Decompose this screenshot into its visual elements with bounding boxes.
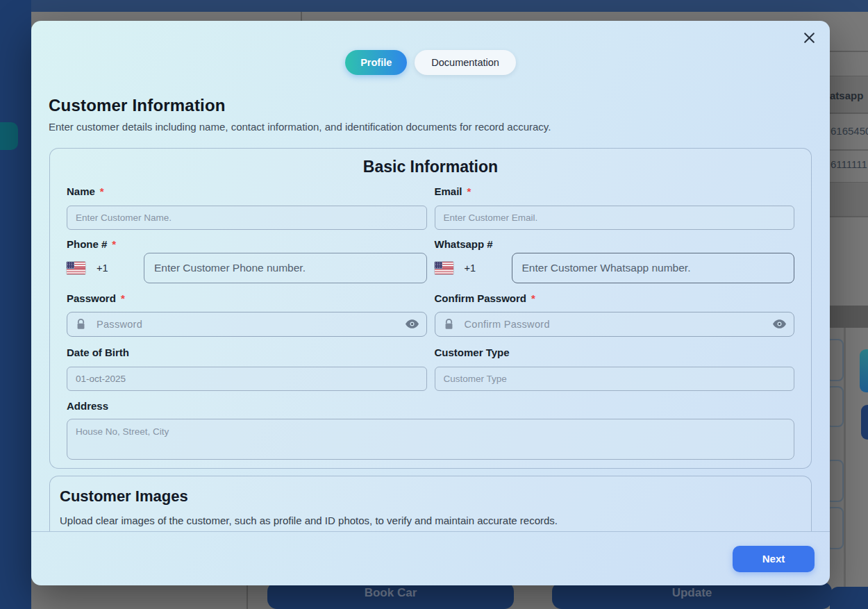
confirm-password-input[interactable] bbox=[435, 312, 795, 337]
required-asterisk: * bbox=[100, 185, 104, 197]
lock-icon bbox=[76, 319, 86, 333]
password-label: Password * bbox=[67, 292, 427, 306]
email-field-group: Email * bbox=[435, 176, 795, 230]
update-label: Update bbox=[672, 586, 712, 600]
whatsapp-dial-code: +1 bbox=[465, 262, 476, 274]
customer-images-subtitle: Upload clear images of the customer, suc… bbox=[60, 515, 801, 526]
password-field-group: Password * bbox=[67, 283, 427, 337]
bg-sidebar-active-tab bbox=[0, 122, 18, 150]
bg-table-band bbox=[830, 183, 868, 216]
bg-table-header-whatsapp: atsapp bbox=[830, 90, 868, 101]
bg-table-right-strip: atsapp 6165450 6111111 bbox=[830, 12, 868, 609]
date-of-birth-input[interactable] bbox=[67, 367, 427, 391]
book-car-button: Book Car bbox=[267, 582, 514, 609]
phone-dial-code: +1 bbox=[97, 262, 108, 274]
fields-grid: Name * Email * bbox=[58, 176, 803, 460]
required-asterisk: * bbox=[112, 238, 116, 250]
bg-divider-line-bottom bbox=[247, 585, 248, 609]
basic-information-card: Basic Information Name * Email * bbox=[49, 148, 812, 469]
confirm-password-label: Confirm Password * bbox=[435, 292, 795, 306]
password-input-wrap bbox=[67, 312, 427, 337]
email-input[interactable] bbox=[435, 206, 795, 230]
tab-profile[interactable]: Profile bbox=[345, 50, 407, 75]
bg-divider-line bbox=[301, 12, 302, 21]
phone-input[interactable] bbox=[144, 253, 427, 283]
name-input[interactable] bbox=[67, 206, 427, 230]
customer-images-card: Customer Images Upload clear images of t… bbox=[49, 476, 812, 531]
confirm-password-input-wrap bbox=[435, 312, 795, 337]
bg-table-line bbox=[830, 51, 868, 52]
name-label: Name * bbox=[67, 185, 427, 199]
whatsapp-country-selector[interactable] bbox=[435, 262, 453, 274]
bg-button-fragment-navy bbox=[861, 405, 868, 440]
customer-form-modal: Profile Documentation Customer Informati… bbox=[31, 21, 830, 585]
whatsapp-input[interactable] bbox=[512, 253, 795, 283]
address-field-group: Address bbox=[67, 391, 794, 460]
basic-information-title: Basic Information bbox=[58, 158, 803, 176]
bg-panel-header-band bbox=[830, 306, 868, 328]
lock-icon bbox=[444, 319, 454, 333]
bg-table-cell: 6111111 bbox=[831, 158, 868, 170]
dob-label: Date of Birth bbox=[67, 347, 427, 360]
phone-field-group: Phone # * +1 bbox=[67, 230, 427, 283]
bg-panel-divider bbox=[844, 328, 846, 609]
customer-type-label: Customer Type bbox=[435, 347, 795, 360]
us-flag-icon bbox=[435, 262, 453, 274]
book-car-label: Book Car bbox=[365, 586, 417, 600]
toggle-password-visibility-button[interactable] bbox=[404, 317, 420, 333]
confirm-password-field-group: Confirm Password * bbox=[435, 283, 795, 337]
customer-type-input[interactable] bbox=[435, 367, 795, 391]
update-button: Update bbox=[552, 582, 832, 609]
whatsapp-label: Whatsapp # bbox=[435, 238, 795, 251]
phone-country-selector[interactable] bbox=[67, 262, 85, 274]
close-icon bbox=[802, 31, 817, 47]
bg-top-bar bbox=[31, 0, 868, 12]
bg-table-line bbox=[830, 216, 868, 217]
bg-table-cell: 6165450 bbox=[831, 125, 868, 137]
dob-field-group: Date of Birth bbox=[67, 337, 427, 391]
whatsapp-input-row: +1 bbox=[435, 253, 795, 283]
customer-images-title: Customer Images bbox=[60, 487, 801, 506]
bg-button-fragment-corner bbox=[830, 587, 868, 609]
email-label: Email * bbox=[435, 185, 795, 199]
page-root: atsapp 6165450 6111111 Book Car Update bbox=[0, 0, 868, 609]
address-label: Address bbox=[67, 400, 794, 413]
address-textarea[interactable] bbox=[67, 419, 794, 460]
required-asterisk: * bbox=[121, 292, 125, 304]
toggle-confirm-password-visibility-button[interactable] bbox=[771, 317, 787, 333]
name-field-group: Name * bbox=[67, 176, 427, 230]
whatsapp-field-group: Whatsapp # +1 bbox=[435, 230, 795, 283]
phone-input-row: +1 bbox=[67, 253, 427, 283]
next-button[interactable]: Next bbox=[733, 546, 815, 572]
phone-label: Phone # * bbox=[67, 238, 427, 251]
bg-table-line bbox=[830, 149, 868, 151]
bg-table-line bbox=[830, 112, 868, 114]
tab-bar: Profile Documentation bbox=[31, 21, 830, 75]
page-title: Customer Information bbox=[49, 96, 812, 115]
eye-icon bbox=[773, 321, 786, 331]
tab-documentation[interactable]: Documentation bbox=[415, 50, 516, 75]
bg-left-sidebar bbox=[0, 0, 31, 609]
modal-body: Profile Documentation Customer Informati… bbox=[31, 21, 830, 531]
eye-icon bbox=[406, 321, 419, 331]
required-asterisk: * bbox=[467, 185, 471, 197]
required-asterisk: * bbox=[531, 292, 535, 304]
close-button[interactable] bbox=[799, 29, 819, 49]
password-input[interactable] bbox=[67, 312, 427, 337]
us-flag-icon bbox=[67, 262, 85, 274]
bg-button-fragment-teal bbox=[860, 349, 868, 392]
page-subtitle: Enter customer details including name, c… bbox=[49, 121, 812, 133]
modal-footer: Next bbox=[31, 531, 830, 585]
customer-type-field-group: Customer Type bbox=[435, 337, 795, 391]
